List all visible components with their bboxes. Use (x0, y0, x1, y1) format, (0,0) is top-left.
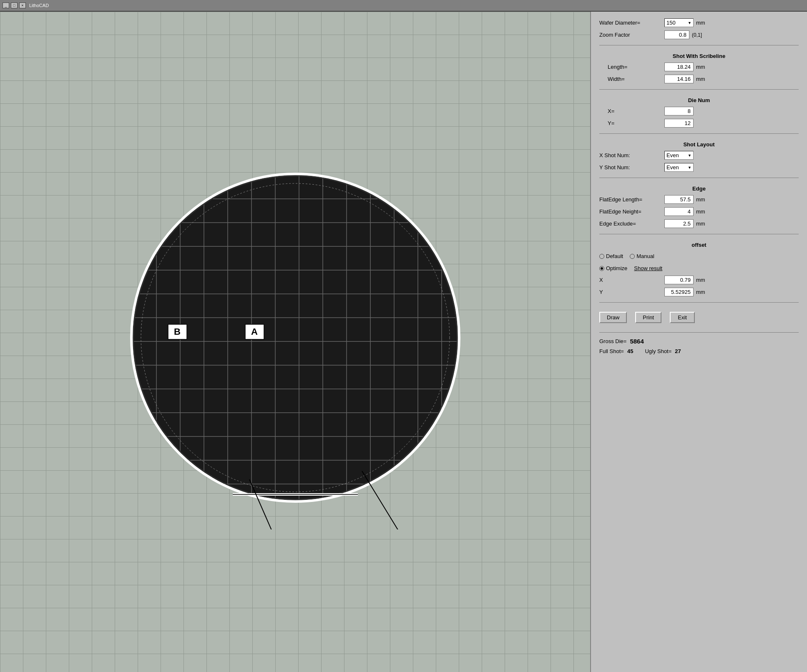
min-button[interactable]: _ (3, 3, 9, 8)
shot-stats-row: Full Shot= 45 Ugly Shot= 27 (599, 348, 799, 354)
die-y-value[interactable]: 12 (664, 119, 694, 128)
draw-button[interactable]: Draw (599, 312, 627, 323)
right-panel: Wafer Diameter= 150 ▼ mm Zoom Factor 0.8… (590, 12, 807, 672)
gross-die-value: 5864 (630, 338, 644, 345)
titlebar: _ □ × LithoCAD (0, 0, 807, 12)
wafer-diameter-unit: mm (696, 20, 709, 26)
flat-edge-length-row: FlatEdge Length= 57.5 mm (599, 195, 799, 204)
wafer-svg-container: A B 21 22 (8, 20, 582, 664)
flat-edge-length-label: FlatEdge Length= (599, 196, 662, 203)
die-y-label: Y= (599, 120, 662, 126)
wafer-diameter-arrow: ▼ (688, 21, 691, 25)
length-unit: mm (696, 64, 709, 70)
show-result-label: Show result (634, 265, 662, 271)
radio-manual[interactable]: Manual (630, 253, 654, 259)
zoom-factor-hint: (0,1] (692, 32, 702, 38)
x-shot-row: X Shot Num: Even ▼ (599, 151, 799, 160)
width-unit: mm (696, 76, 709, 82)
max-button[interactable]: □ (11, 3, 18, 8)
separator-1 (599, 45, 799, 45)
exit-button[interactable]: Exit (670, 312, 695, 323)
offset-y-unit: mm (696, 289, 709, 295)
width-value[interactable]: 14.16 (664, 75, 694, 83)
flat-edge-length-unit: mm (696, 196, 709, 203)
x-shot-arrow: ▼ (688, 153, 691, 158)
offset-radio-group-1: Default Manual (599, 253, 799, 259)
offset-radio-group-2: Optimize Show result (599, 265, 799, 271)
zoom-factor-label: Zoom Factor (599, 32, 662, 38)
radio-optimize-label: Optimize (606, 265, 627, 271)
action-button-row: Draw Print Exit (599, 312, 799, 323)
length-value[interactable]: 18.24 (664, 63, 694, 71)
separator-2 (599, 89, 799, 90)
length-label: Length= (599, 64, 662, 70)
wafer-diameter-dropdown[interactable]: 150 ▼ (664, 18, 694, 27)
offset-x-row: X 0.79 mm (599, 276, 799, 284)
shot-scribeline-title: Shot With Scribeline (599, 53, 799, 59)
x-shot-dropdown[interactable]: Even ▼ (664, 151, 694, 160)
offset-x-value[interactable]: 0.79 (664, 276, 694, 284)
wafer-area: A B 21 22 (0, 12, 590, 672)
die-y-row: Y= 12 (599, 119, 799, 128)
y-shot-value: Even (666, 164, 679, 171)
edge-exclude-value[interactable]: 2.5 (664, 219, 694, 228)
x-shot-label: X Shot Num: (599, 152, 662, 158)
die-num-title: Die Num (599, 97, 799, 103)
length-row: Length= 18.24 mm (599, 63, 799, 71)
svg-text:A: A (251, 326, 258, 337)
offset-y-row: Y 5.52925 mm (599, 288, 799, 296)
die-x-value[interactable]: 8 (664, 107, 694, 115)
ugly-shot-label: Ugly Shot= (645, 348, 671, 354)
wafer-diameter-row: Wafer Diameter= 150 ▼ mm (599, 18, 799, 27)
flat-edge-height-unit: mm (696, 208, 709, 215)
offset-y-value[interactable]: 5.52925 (664, 288, 694, 296)
zoom-factor-row: Zoom Factor 0.8 (0,1] (599, 30, 799, 39)
ugly-shot-value: 27 (675, 348, 681, 354)
edge-exclude-unit: mm (696, 221, 709, 227)
radio-manual-label: Manual (636, 253, 654, 259)
y-shot-arrow: ▼ (688, 165, 691, 170)
radio-manual-circle (630, 254, 635, 259)
y-shot-dropdown[interactable]: Even ▼ (664, 163, 694, 172)
main-container: A B 21 22 Wafer Diameter= 150 (0, 12, 807, 672)
separator-5 (599, 234, 799, 234)
radio-default-label: Default (606, 253, 623, 259)
full-shot-value: 45 (627, 348, 633, 354)
die-x-label: X= (599, 108, 662, 114)
shot-layout-title: Shot Layout (599, 141, 799, 148)
svg-text:B: B (174, 326, 181, 337)
width-label: Width= (599, 76, 662, 82)
zoom-factor-value[interactable]: 0.8 (664, 30, 689, 39)
edge-title: Edge (599, 186, 799, 192)
wafer-diameter-label: Wafer Diameter= (599, 20, 662, 26)
offset-y-label: Y (599, 289, 662, 295)
radio-optimize[interactable]: Optimize (599, 265, 627, 271)
titlebar-title: LithoCAD (29, 3, 49, 8)
radio-optimize-circle (599, 266, 604, 271)
radio-default-circle (599, 254, 604, 259)
separator-6 (599, 302, 799, 303)
close-button[interactable]: × (19, 3, 26, 8)
flat-edge-height-label: FlatEdge Neight= (599, 208, 662, 215)
flat-edge-length-value[interactable]: 57.5 (664, 195, 694, 204)
flat-edge-height-value[interactable]: 4 (664, 207, 694, 216)
radio-default[interactable]: Default (599, 253, 623, 259)
x-shot-value: Even (666, 152, 679, 158)
offset-x-label: X (599, 277, 662, 283)
separator-3 (599, 133, 799, 134)
die-x-row: X= 8 (599, 107, 799, 115)
edge-exclude-label: Edge Exclude= (599, 221, 662, 227)
separator-4 (599, 178, 799, 178)
offset-x-unit: mm (696, 277, 709, 283)
full-shot-label: Full Shot= (599, 348, 624, 354)
gross-die-label: Gross Die= (599, 338, 626, 344)
y-shot-row: Y Shot Num: Even ▼ (599, 163, 799, 172)
offset-title: offset (599, 242, 799, 248)
gross-die-row: Gross Die= 5864 (599, 338, 799, 345)
show-result-button[interactable]: Show result (634, 265, 662, 271)
wafer-diameter-value: 150 (666, 20, 676, 26)
y-shot-label: Y Shot Num: (599, 164, 662, 171)
print-button[interactable]: Print (635, 312, 661, 323)
width-row: Width= 14.16 mm (599, 75, 799, 83)
separator-7 (599, 332, 799, 333)
